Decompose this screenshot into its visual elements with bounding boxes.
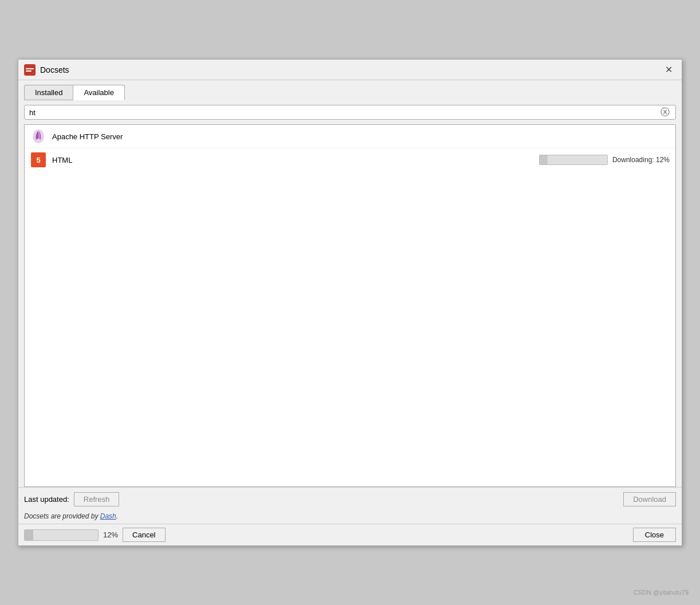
window-close-button[interactable]: ✕ (662, 64, 676, 76)
bottom-bar: 12% Cancel Close (18, 524, 682, 545)
close-button[interactable]: Close (633, 528, 676, 542)
list-item: 5 HTML Downloading: 12% (25, 148, 675, 171)
search-clear-button[interactable]: ⓧ (659, 108, 671, 117)
svg-rect-1 (26, 68, 34, 69)
last-updated-label: Last updated: (24, 495, 69, 504)
title-bar: Docsets ✕ (18, 60, 682, 80)
svg-rect-2 (26, 70, 32, 72)
provided-suffix: . (116, 512, 118, 520)
window-title: Docsets (40, 65, 69, 74)
html-progress-fill (540, 155, 548, 164)
provided-by-text: Docsets are provided by Dash. (18, 511, 682, 524)
tab-available[interactable]: Available (73, 85, 125, 100)
download-button[interactable]: Download (623, 492, 676, 506)
svg-rect-0 (24, 64, 36, 76)
footer: Last updated: Refresh Download (18, 487, 682, 511)
html-progress-bar (539, 155, 608, 165)
dash-link[interactable]: Dash (100, 512, 116, 520)
apache-icon (30, 128, 46, 144)
search-bar: ⓧ (24, 105, 676, 120)
item-label-html: HTML (52, 156, 533, 164)
list-item: Apache HTTP Server (25, 125, 675, 148)
title-bar-left: Docsets (24, 64, 69, 76)
item-label-apache: Apache HTTP Server (52, 132, 670, 141)
provided-prefix: Docsets are provided by (24, 512, 100, 520)
watermark: CSDN @yitahutu79 (634, 589, 689, 596)
refresh-button[interactable]: Refresh (74, 492, 120, 506)
app-icon (24, 64, 36, 76)
bottom-percent-label: 12% (103, 531, 118, 539)
tab-installed[interactable]: Installed (24, 85, 73, 100)
cancel-button[interactable]: Cancel (123, 528, 165, 542)
tabs-bar: Installed Available (18, 80, 682, 100)
html-progress-text: Downloading: 12% (612, 156, 670, 164)
footer-left: Last updated: Refresh (24, 492, 119, 506)
bottom-progress-fill (25, 530, 33, 540)
docset-list: Apache HTTP Server 5 HTML Downloading: 1… (24, 124, 676, 487)
html5-icon: 5 (30, 152, 46, 168)
bottom-progress-bar (24, 529, 99, 541)
search-input[interactable] (29, 108, 659, 117)
html-progress-area: Downloading: 12% (539, 155, 670, 165)
docsets-dialog: Docsets ✕ Installed Available ⓧ Apache H… (18, 59, 682, 546)
